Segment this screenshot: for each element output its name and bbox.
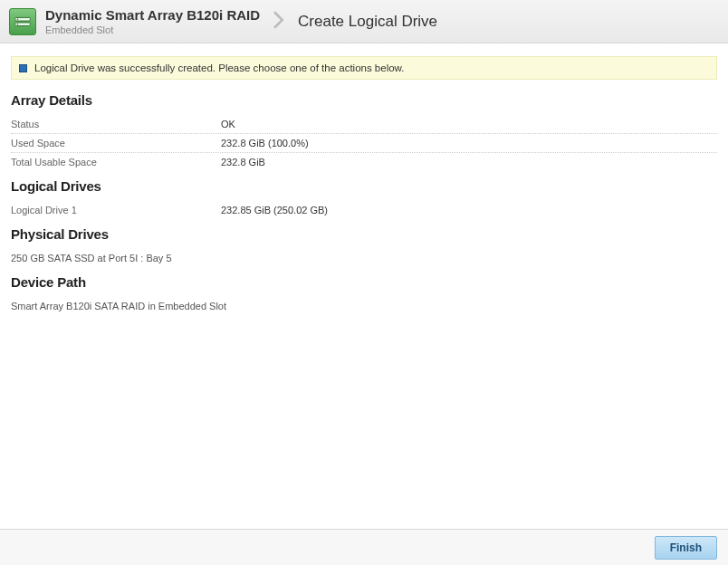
table-row: Total Usable Space 232.8 GiB [11, 153, 717, 171]
svg-point-2 [17, 18, 19, 20]
row-val: 232.8 GiB (100.0%) [221, 138, 309, 148]
array-details-table: Status OK Used Space 232.8 GiB (100.0%) … [11, 115, 717, 171]
row-key: Status [11, 119, 221, 129]
success-notice: Logical Drive was successfully created. … [11, 56, 717, 80]
content-area: Logical Drive was successfully created. … [0, 43, 728, 315]
row-val: OK [221, 119, 235, 129]
controller-icon [9, 8, 36, 35]
breadcrumb-header: Dynamic Smart Array B120i RAID Embedded … [0, 0, 728, 43]
device-path-entry: Smart Array B120i SATA RAID in Embedded … [11, 297, 717, 315]
row-key: Total Usable Space [11, 157, 221, 168]
row-key: Used Space [11, 138, 221, 148]
row-val: 232.8 GiB [221, 157, 265, 168]
page-title: Create Logical Drive [298, 13, 437, 31]
footer-bar: Finish [0, 529, 728, 565]
svg-point-3 [17, 23, 19, 24]
row-key: Logical Drive 1 [11, 205, 221, 215]
physical-drives-heading: Physical Drives [11, 226, 717, 242]
finish-button[interactable]: Finish [655, 536, 717, 560]
row-val: 232.85 GiB (250.02 GB) [221, 205, 328, 215]
logical-drives-table: Logical Drive 1 232.85 GiB (250.02 GB) [11, 201, 717, 219]
breadcrumb-controller[interactable]: Dynamic Smart Array B120i RAID Embedded … [45, 7, 260, 35]
info-icon [19, 64, 27, 72]
table-row: Used Space 232.8 GiB (100.0%) [11, 134, 717, 153]
table-row: Logical Drive 1 232.85 GiB (250.02 GB) [11, 201, 717, 219]
controller-title: Dynamic Smart Array B120i RAID [45, 7, 260, 23]
notice-text: Logical Drive was successfully created. … [34, 62, 404, 73]
device-path-heading: Device Path [11, 274, 717, 290]
logical-drives-heading: Logical Drives [11, 178, 717, 194]
array-details-heading: Array Details [11, 92, 717, 108]
controller-subtitle: Embedded Slot [45, 24, 260, 35]
table-row: Status OK [11, 115, 717, 134]
chevron-right-icon [273, 11, 285, 32]
physical-drive-entry: 250 GB SATA SSD at Port 5I : Bay 5 [11, 249, 717, 267]
